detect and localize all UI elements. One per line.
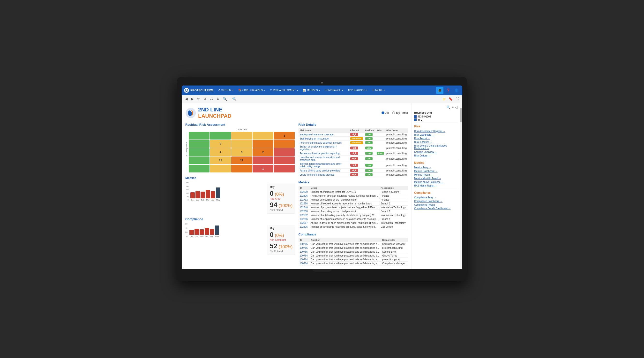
- logo[interactable]: PROTECHT.ERM: [184, 88, 214, 93]
- compliance-month: May: [270, 227, 292, 230]
- filter-my-items[interactable]: My Items: [392, 111, 408, 115]
- scroll-thumb[interactable]: [460, 108, 462, 122]
- metric-id-link[interactable]: 102640: [300, 206, 308, 209]
- risk-matrix-grid: 1343212211: [189, 132, 295, 172]
- bookmark-button[interactable]: 🔖: [448, 96, 454, 102]
- rp-link[interactable]: Compliance Details Dashboard →: [414, 207, 458, 210]
- edit-button[interactable]: ✏: [196, 96, 201, 101]
- metric-id-cell: 102640: [298, 206, 310, 210]
- risk-name-link[interactable]: Inadequate insurance coverage: [300, 133, 334, 136]
- risk-arrow: ▼: [296, 89, 298, 91]
- fullscreen-button[interactable]: ⛶: [454, 96, 460, 102]
- metrics-ne-count: 94: [270, 201, 277, 209]
- metric-id-link[interactable]: 102067: [300, 222, 308, 224]
- rp-link[interactable]: Risk Event & Control Linkages Dashboard …: [414, 144, 458, 150]
- compliance-id-link[interactable]: 100765: [300, 243, 308, 245]
- risk-name-link[interactable]: Internet, telecommunications and other p…: [300, 162, 342, 168]
- rp-link[interactable]: Risk Report →: [414, 137, 458, 140]
- help-icon[interactable]: ❓: [444, 87, 452, 94]
- download-button[interactable]: ⬇: [216, 96, 220, 101]
- print-button[interactable]: 🖨: [209, 96, 214, 101]
- metrics-month: May: [270, 186, 292, 189]
- x-axis-label: Likelihood: [189, 128, 295, 131]
- nav-risk-assessment[interactable]: 🛡 RISK ASSESSMENT ▼: [268, 86, 300, 95]
- risk-name-link[interactable]: Breach of employment legislation / regul…: [300, 145, 337, 151]
- rp-link[interactable]: Compliance Entry →: [414, 196, 458, 199]
- rp-link[interactable]: Compliance Report →: [414, 203, 458, 207]
- graduation-icon[interactable]: 🎓: [436, 87, 444, 94]
- nav-metrics[interactable]: 📊 METRICS ▼: [301, 86, 322, 95]
- metrics-icon: 📊: [303, 89, 306, 92]
- cursor-icon[interactable]: ⊕: [442, 96, 446, 102]
- rp-link[interactable]: RAS Metric Report →: [414, 184, 458, 188]
- forward-button[interactable]: ▶: [190, 96, 195, 101]
- filter-section: All My Items: [382, 111, 408, 115]
- rp-link[interactable]: Metrics Above Tolerance →: [414, 180, 458, 184]
- nav-more[interactable]: ☰ MORE ▼: [370, 86, 387, 95]
- metric-id-link[interactable]: 102792: [300, 214, 308, 217]
- metric-id-link[interactable]: 102850: [300, 210, 308, 213]
- rp-link[interactable]: Risk Assessment Register →: [414, 129, 458, 133]
- rp-link[interactable]: Risk in Motion →: [414, 140, 458, 144]
- metric-id-cell: 102792: [298, 213, 310, 217]
- residual-badge: Low: [365, 146, 372, 149]
- risk-name-cell: Errors in the unit pricing process: [298, 173, 349, 177]
- metric-id-link[interactable]: 102829: [300, 191, 308, 193]
- chart-bar-group: Apr: [211, 191, 215, 201]
- filter-all[interactable]: All: [382, 111, 388, 115]
- bu-checkbox[interactable]: [414, 115, 416, 118]
- back-button[interactable]: ◀: [184, 96, 189, 101]
- rp-link[interactable]: Compliance Dashboard →: [414, 199, 458, 203]
- rp-link[interactable]: Metrics Monthly Trend →: [414, 176, 458, 180]
- table-row: Breach of employment legislation / regul…: [298, 145, 408, 151]
- nav-system[interactable]: ⚙ SYSTEM ▼: [216, 86, 236, 95]
- rp-link[interactable]: Metrics Entry →: [414, 166, 458, 169]
- risk-name-link[interactable]: Unauthorized access to sensitive and emp…: [300, 156, 340, 161]
- rp-link[interactable]: Controls Overview →: [414, 150, 458, 154]
- prior-cell: [376, 132, 385, 137]
- zoom-in-button[interactable]: 🔍+: [222, 96, 230, 101]
- zoom-out-button[interactable]: 🔍-: [231, 96, 238, 101]
- metric-name-cell: Number of employees tested for COVID19: [309, 190, 379, 194]
- refresh-button[interactable]: ↺: [202, 96, 207, 101]
- compliance-id-link[interactable]: 100764: [300, 258, 308, 261]
- compliance-id-link[interactable]: 100764: [300, 254, 308, 257]
- metric-id-link[interactable]: 102792: [300, 198, 308, 201]
- list-item[interactable]: YFG: [414, 118, 458, 121]
- risk-name-link[interactable]: Staff bullying or misconduct: [300, 137, 329, 140]
- rp-link[interactable]: Metrics Dashboard →: [414, 169, 458, 173]
- risk-name-link[interactable]: Errors in the unit pricing process: [300, 173, 334, 176]
- nav-applications[interactable]: APPLICATIONS ▼: [346, 86, 370, 95]
- rp-link[interactable]: Risk Dashboard →: [414, 133, 458, 137]
- chart-bar: [194, 229, 199, 235]
- risk-name-link[interactable]: Erroneous financial position reporting: [300, 152, 340, 155]
- compliance-question-cell: Can you confirm that you have practised …: [310, 262, 381, 265]
- compliance-id-link[interactable]: 100764: [300, 262, 308, 265]
- compliance-id-link[interactable]: 100765: [300, 250, 308, 253]
- chart-bar-group: Jan: [196, 191, 200, 201]
- metric-id-link[interactable]: 102805: [300, 226, 308, 228]
- metric-id-link[interactable]: 102856: [300, 202, 308, 205]
- list-item[interactable]: 4939491203: [414, 115, 458, 118]
- metric-id-link[interactable]: 102806: [300, 195, 308, 197]
- bu-checkbox[interactable]: [414, 118, 416, 121]
- metric-id-link[interactable]: 102786: [300, 218, 308, 220]
- rp-link[interactable]: Risk Culture →: [414, 154, 458, 157]
- search-icon[interactable]: 🔍: [446, 105, 450, 109]
- risk-name-link[interactable]: Failure of third party service providers: [300, 169, 340, 172]
- y-axis-value: 0: [185, 235, 188, 237]
- filter-icon[interactable]: ≡: [452, 105, 454, 109]
- scrollbar[interactable]: [460, 103, 462, 269]
- metrics-table-section: Metrics ID Metric Responsible: [298, 181, 408, 229]
- nav-core-libraries[interactable]: 📚 CORE LIBRARIES ▼: [236, 86, 267, 95]
- user-icon[interactable]: 👤: [453, 87, 460, 94]
- collapse-icon[interactable]: ◁: [455, 105, 458, 109]
- risk-name-cell: Erroneous financial position reporting: [298, 151, 349, 155]
- nav-compliance[interactable]: COMPLIANCE ▼: [323, 86, 345, 95]
- risk-name-link[interactable]: Poor recruitment and selection process: [300, 141, 342, 144]
- compliance-id-link[interactable]: 100765: [300, 247, 308, 249]
- chart-bar: [190, 192, 195, 198]
- bar-label: Dec: [191, 199, 194, 201]
- table-row: Staff bullying or misconductModerateLowp…: [298, 137, 408, 141]
- rp-link[interactable]: Metrics Report →: [414, 173, 458, 176]
